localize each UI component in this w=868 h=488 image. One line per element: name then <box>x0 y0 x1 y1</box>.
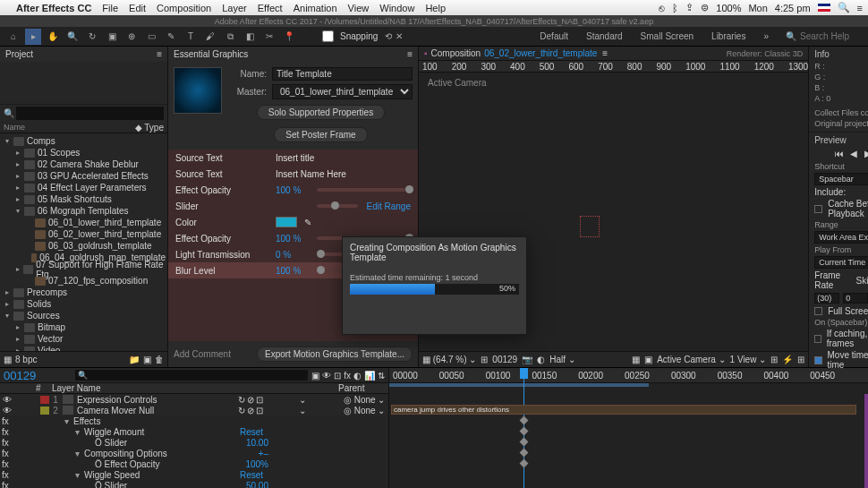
spotlight-icon[interactable]: 🔍 <box>838 2 850 13</box>
pan-behind-tool[interactable]: ⊕ <box>123 29 140 45</box>
menu-animation[interactable]: Animation <box>294 3 337 13</box>
stop-cache-checkbox[interactable] <box>814 335 821 343</box>
timeline-search-input[interactable] <box>75 370 308 381</box>
layer-bar[interactable]: camera jump drives other distortions <box>391 405 856 415</box>
range-select[interactable]: Work Area Extended By Curre... <box>814 231 868 244</box>
bluetooth-icon[interactable]: ᛒ <box>672 3 678 13</box>
tl-comp-icon[interactable]: ▣ <box>311 371 319 381</box>
current-time-display[interactable]: 00129 <box>4 369 57 382</box>
workspace-more[interactable]: » <box>755 30 777 43</box>
eg-property-row[interactable]: Source TextInsert Name Here <box>168 166 418 182</box>
tl-shy-icon[interactable]: 👁 <box>322 371 331 381</box>
snap-opt-icon[interactable]: ⟲ <box>385 31 392 41</box>
tree-item[interactable]: ▸03 GPU Accelerated Effects <box>0 170 167 182</box>
timeline-property-row[interactable]: fxÖ Slider50.00 <box>0 480 388 488</box>
timeline-icon[interactable]: ⊞ <box>797 355 804 364</box>
tree-item[interactable]: ▾Comps <box>0 135 167 147</box>
eg-name-input[interactable] <box>272 67 413 81</box>
new-comp-icon[interactable]: ▣ <box>143 355 151 364</box>
tree-item[interactable]: ▸Video <box>0 345 167 351</box>
tree-item[interactable]: ▸Precomps <box>0 287 167 298</box>
eg-add-comment[interactable]: Add Comment <box>174 349 231 359</box>
menu-effect[interactable]: Effect <box>258 3 283 13</box>
layer-bounds[interactable] <box>580 216 600 237</box>
magnification-dropdown[interactable]: ▦ (64.7 %) ⌄ <box>422 355 476 364</box>
eg-property-row[interactable]: Color✎ <box>168 214 418 230</box>
flag-icon[interactable] <box>818 4 830 12</box>
play-icon[interactable]: ▶ <box>863 149 868 159</box>
resolution-dropdown[interactable]: Half ⌄ <box>549 355 575 364</box>
tl-inout-icon[interactable]: ⇅ <box>378 371 385 381</box>
menu-view[interactable]: View <box>348 3 370 13</box>
search-help-input[interactable] <box>800 31 863 41</box>
clone-tool[interactable]: ⧉ <box>222 29 238 45</box>
tree-item[interactable]: 07_120_fps_composition <box>0 275 167 287</box>
eg-master-select[interactable]: 06_01_lower_third_template <box>272 84 413 99</box>
tree-item[interactable]: ▾Sources <box>0 310 167 321</box>
app-name[interactable]: After Effects CC <box>16 3 91 13</box>
workspace-libraries[interactable]: Libraries <box>703 30 753 43</box>
viewer-comp-name[interactable]: 06_02_lower_third_template <box>484 48 597 58</box>
prev-frame-icon[interactable]: ◀ <box>848 149 859 159</box>
eraser-tool[interactable]: ◧ <box>242 29 258 45</box>
playfrom-select[interactable]: Current Time <box>814 256 868 269</box>
views-dropdown[interactable]: 1 View ⌄ <box>730 355 767 364</box>
workspace-small[interactable]: Small Screen <box>633 30 702 43</box>
timeline-layer-row[interactable]: 👁2Camera Mover Null↻⊘⊡ ⌄◎ None ⌄ <box>0 405 388 415</box>
menu-file[interactable]: File <box>102 3 118 13</box>
tree-item[interactable]: ▸02 Camera Shake Deblur <box>0 158 167 170</box>
mask-icon[interactable]: ▣ <box>644 355 652 364</box>
work-area-bar[interactable] <box>389 383 649 387</box>
camera-tool[interactable]: ▣ <box>104 29 120 45</box>
viewer-renderer[interactable]: Renderer: Classic 3D <box>727 49 804 58</box>
menu-help[interactable]: Help <box>425 3 446 13</box>
workspace-standard[interactable]: Standard <box>578 30 631 43</box>
res-indicator-icon[interactable]: ⊞ <box>481 355 488 364</box>
trash-icon[interactable]: 🗑 <box>155 355 164 364</box>
text-tool[interactable]: T <box>183 29 199 45</box>
timeline-property-row[interactable]: fx▾Wiggle AmountReset <box>0 426 388 437</box>
roto-tool[interactable]: ✂ <box>261 29 277 45</box>
keyframe[interactable] <box>520 416 529 425</box>
tree-item[interactable]: ▸07 Support for High Frame Rate Ftg <box>0 263 167 275</box>
tree-item[interactable]: ▸Vector <box>0 333 167 345</box>
bpc-toggle[interactable]: 8 bpc <box>15 355 37 364</box>
eg-property-row[interactable]: Source TextInsert title <box>168 150 418 166</box>
shape-tool[interactable]: ▭ <box>143 29 159 45</box>
stop-move-checkbox[interactable] <box>814 356 821 364</box>
tree-item[interactable]: ▾06 Mograph Templates <box>0 205 167 217</box>
zoom-tool[interactable]: 🔍 <box>64 29 81 45</box>
timeline-property-row[interactable]: fxÖ Slider10.00 <box>0 437 388 448</box>
hand-tool[interactable]: ✋ <box>45 29 61 45</box>
brush-tool[interactable]: 🖌 <box>202 29 218 45</box>
notifications-icon[interactable]: ≡ <box>857 3 863 13</box>
pen-tool[interactable]: ✎ <box>163 29 179 45</box>
project-tree[interactable]: ▾Comps▸01 Scopes▸02 Camera Shake Deblur▸… <box>0 133 167 351</box>
keyframe[interactable] <box>520 449 529 458</box>
menu-window[interactable]: Window <box>379 3 414 13</box>
tree-item[interactable]: ▸Solids <box>0 298 167 310</box>
pixel-aspect-icon[interactable]: ⊞ <box>770 355 778 364</box>
status-icon[interactable]: ⎋ <box>659 3 665 13</box>
workspace-default[interactable]: Default <box>532 30 576 43</box>
keyframe[interactable] <box>520 438 529 447</box>
timeline-tracks[interactable]: 0000000050001000015000200002500030000350… <box>389 368 868 488</box>
timeline-property-row[interactable]: fx▾Wiggle SpeedReset <box>0 469 388 480</box>
framerate-input[interactable] <box>814 293 839 304</box>
eg-property-row[interactable]: Effect Opacity100 % <box>168 182 418 198</box>
skip-input[interactable] <box>843 293 868 304</box>
cache-checkbox[interactable] <box>814 205 822 213</box>
project-search-input[interactable] <box>16 107 164 120</box>
tree-item[interactable]: 06_01_lower_third_template <box>0 217 167 228</box>
tl-graph-icon[interactable]: 📊 <box>364 371 375 381</box>
current-frame-display[interactable]: 00129 <box>492 355 517 364</box>
menubar-day[interactable]: Mon <box>748 3 767 13</box>
selection-tool[interactable]: ▸ <box>25 29 41 45</box>
home-icon[interactable]: ⌂ <box>5 29 21 45</box>
timeline-property-row[interactable]: fx▾Compositing Options+– <box>0 448 388 458</box>
timeline-property-row[interactable]: fxÖ Effect Opacity100% <box>0 458 388 469</box>
menu-composition[interactable]: Composition <box>157 3 211 13</box>
menu-layer[interactable]: Layer <box>222 3 247 13</box>
eg-poster-button[interactable]: Set Poster Frame <box>274 127 367 142</box>
eg-solo-button[interactable]: Solo Supported Properties <box>257 105 385 120</box>
